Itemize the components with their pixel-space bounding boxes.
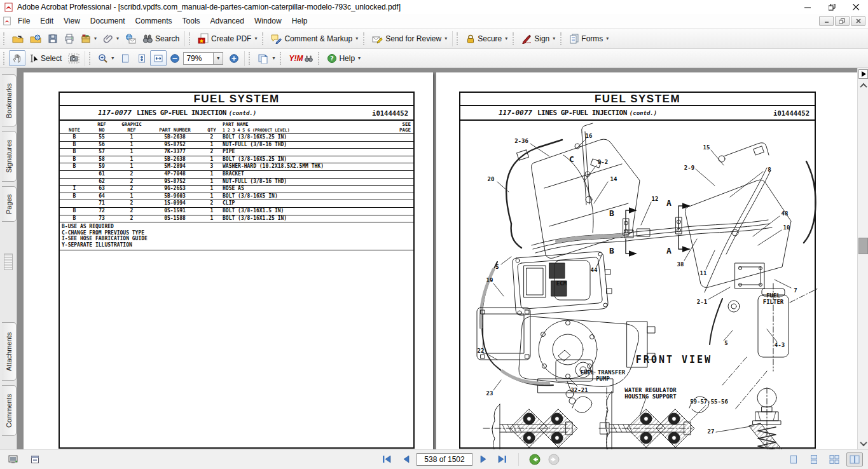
cell: HOSE AS xyxy=(223,186,380,193)
toolbar-grip[interactable] xyxy=(189,32,191,45)
menu-document[interactable]: Document xyxy=(85,15,130,27)
menu-view[interactable]: View xyxy=(59,15,85,27)
zoom-tool-button[interactable] xyxy=(95,50,117,66)
fit-page-button[interactable] xyxy=(134,50,150,66)
col-qty: QTY xyxy=(201,128,223,133)
page-number-input[interactable] xyxy=(417,453,472,466)
cell: 2 xyxy=(114,179,149,186)
menu-comments[interactable]: Comments xyxy=(130,15,177,27)
diagram-label-line: 59-57-55-56 xyxy=(690,398,728,405)
forms-button[interactable]: Forms xyxy=(566,31,612,46)
document-area[interactable]: FUEL SYSTEM 117-0077 LINES GP-FUEL INJEC… xyxy=(17,68,857,449)
window-close-button[interactable] xyxy=(844,0,868,14)
sign-button[interactable]: Sign xyxy=(518,31,558,46)
panel-toggle-button[interactable] xyxy=(27,452,43,466)
send-for-review-button[interactable]: Send for Review xyxy=(369,31,450,46)
nav-pane-splitter[interactable] xyxy=(4,254,13,270)
doc-minimize-button[interactable] xyxy=(819,16,834,26)
sidebar-tab-bookmarks[interactable]: Bookmarks xyxy=(2,74,17,126)
diagram-label-line: B xyxy=(609,210,614,217)
print-button[interactable] xyxy=(61,31,78,46)
zoom-out-button[interactable] xyxy=(167,50,183,66)
save-button[interactable] xyxy=(45,31,61,46)
toolbar-grip[interactable] xyxy=(280,52,282,65)
page-title-box: FUEL SYSTEM xyxy=(460,93,815,106)
search-button[interactable]: Search xyxy=(139,31,183,46)
zoom-level-dropdown[interactable]: ▾ xyxy=(214,52,223,65)
zoom-in-button[interactable] xyxy=(226,50,242,66)
scroll-down-button[interactable] xyxy=(858,438,868,448)
actual-size-button[interactable] xyxy=(117,50,134,66)
sidebar-tab-signatures[interactable]: Signatures xyxy=(2,131,17,182)
comment-markup-button[interactable]: Comment & Markup xyxy=(268,31,361,46)
scrollbar-thumb[interactable] xyxy=(858,238,868,254)
toolbar-grip[interactable] xyxy=(513,32,515,45)
last-page-button[interactable] xyxy=(494,452,511,466)
sidebar-tab-attachments[interactable]: Attachments xyxy=(2,322,17,381)
menu-edit[interactable]: Edit xyxy=(35,15,59,27)
previous-page-button[interactable] xyxy=(397,452,414,466)
title-bar: Adobe Acrobat Professional - [scribd.vpd… xyxy=(0,0,868,14)
facing-mode-button[interactable] xyxy=(846,452,863,466)
continuous-mode-button[interactable] xyxy=(806,452,822,466)
diagram-label: B xyxy=(609,248,614,254)
toolbar-grip[interactable] xyxy=(560,32,563,45)
toolbar-grip[interactable] xyxy=(457,32,459,45)
help-button[interactable]: ? Help xyxy=(324,50,364,66)
toolbar-grip[interactable] xyxy=(318,52,320,65)
scroll-up-button[interactable] xyxy=(858,81,868,90)
open-button[interactable] xyxy=(9,31,27,46)
col-see-page: SEEPAGE xyxy=(380,122,413,133)
page-display-button[interactable] xyxy=(254,50,278,66)
toolbar-grip[interactable] xyxy=(3,32,6,45)
snapshot-tool-button[interactable] xyxy=(65,50,83,66)
email-button[interactable] xyxy=(122,31,139,46)
toolbar-grip[interactable] xyxy=(3,52,6,65)
zoom-level-input[interactable] xyxy=(183,52,214,65)
diagram-label-line: 44 xyxy=(591,267,598,273)
sidebar-tab-comments[interactable]: Comments xyxy=(2,385,17,436)
doc-restore-button[interactable] xyxy=(835,16,850,26)
yahoo-search-button[interactable]: Y!M xyxy=(286,50,316,66)
organizer-button[interactable] xyxy=(78,31,100,46)
open-web-button[interactable] xyxy=(27,31,45,46)
attach-button[interactable] xyxy=(100,31,122,46)
menu-help[interactable]: Help xyxy=(287,15,313,27)
table-row: 6124P-70481BRACKET xyxy=(60,171,413,179)
create-pdf-icon xyxy=(198,33,209,44)
single-page-mode-button[interactable] xyxy=(785,452,802,466)
next-page-button[interactable] xyxy=(475,452,492,466)
menu-window[interactable]: Window xyxy=(249,15,287,27)
menu-advanced[interactable]: Advanced xyxy=(205,15,249,27)
continuous-facing-mode-button[interactable] xyxy=(826,452,843,466)
toolbar-separator xyxy=(452,31,453,46)
vertical-scrollbar[interactable] xyxy=(857,68,868,449)
doc-close-button[interactable] xyxy=(851,16,865,26)
comment-markup-label: Comment & Markup xyxy=(284,34,352,43)
diagram-label: 12 xyxy=(652,196,659,202)
sidebar-tab-pages[interactable]: Pages xyxy=(2,186,17,222)
cell: 1 xyxy=(114,134,149,141)
next-view-button[interactable] xyxy=(546,452,562,466)
article-thread-button[interactable] xyxy=(858,69,868,79)
toolbar-grip[interactable] xyxy=(262,32,265,45)
screen-mode-button[interactable] xyxy=(5,452,22,466)
cell xyxy=(380,149,413,156)
window-minimize-button[interactable] xyxy=(796,0,820,14)
first-page-button[interactable] xyxy=(378,452,395,466)
select-tool-button[interactable]: Select xyxy=(25,50,65,66)
menu-file[interactable]: File xyxy=(13,15,35,27)
window-restore-button[interactable] xyxy=(820,0,844,14)
table-row: B5515B-26382BOLT (3/8-16X5.25 IN) xyxy=(60,134,413,142)
secure-button[interactable]: Secure xyxy=(462,31,511,46)
hand-tool-button[interactable] xyxy=(9,50,25,66)
toolbar-grip[interactable] xyxy=(89,52,92,65)
help-label: Help xyxy=(339,54,355,63)
fit-width-button[interactable] xyxy=(150,50,167,66)
previous-view-button[interactable] xyxy=(527,452,543,466)
toolbar-grip[interactable] xyxy=(249,52,251,65)
create-pdf-button[interactable]: Create PDF xyxy=(195,31,260,46)
toolbar-grip[interactable] xyxy=(363,32,366,45)
menu-tools[interactable]: Tools xyxy=(177,15,205,27)
view-toolbar: Select ▾ Y!M ? Help xyxy=(0,49,868,68)
